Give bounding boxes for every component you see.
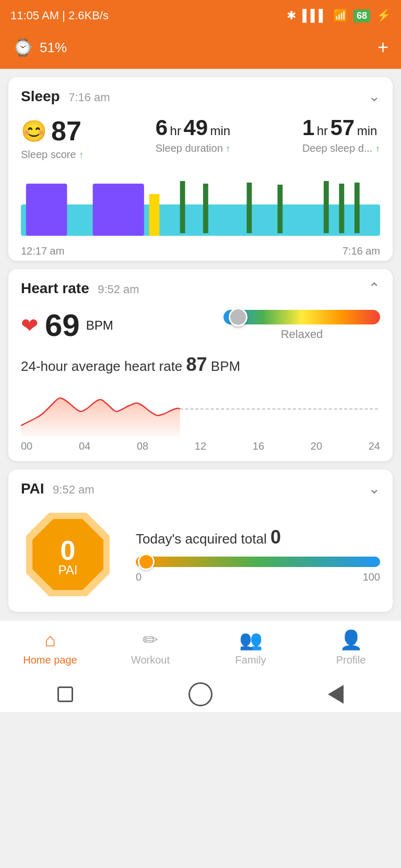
pai-info: Today's acquired total 0 0 100 <box>136 526 380 583</box>
system-back-square[interactable] <box>57 686 73 702</box>
sleep-duration-stat: 6 hr 49 min Sleep duration ↑ <box>156 115 231 161</box>
charging-icon: ⚡ <box>376 9 391 22</box>
hr-title-group: Heart rate 9:52 am <box>21 280 139 297</box>
pai-progress-indicator <box>138 553 155 570</box>
hr-time: 9:52 am <box>98 283 139 296</box>
svg-rect-9 <box>339 184 344 233</box>
pai-today-value: 0 <box>270 526 281 548</box>
svg-rect-8 <box>324 181 329 233</box>
hr-chart-svg <box>21 384 380 436</box>
hr-time-24: 24 <box>369 440 380 452</box>
system-nav <box>0 677 401 712</box>
hr-value-group: ❤ 69 BPM <box>21 307 113 343</box>
deep-sleep-min: 57 <box>331 115 355 140</box>
sleep-end-time: 7:16 am <box>343 245 380 257</box>
hr-card-header: Heart rate 9:52 am ⌃ <box>21 280 380 297</box>
svg-rect-10 <box>355 183 360 233</box>
bluetooth-icon: ✱ <box>287 9 296 22</box>
hr-avg-unit: BPM <box>211 358 240 374</box>
pai-card-header: PAI 9:52 am ⌄ <box>21 480 380 497</box>
sleep-emoji: 😊 <box>21 119 47 143</box>
nav-workout-label: Workout <box>131 654 170 666</box>
system-back-triangle[interactable] <box>328 685 344 704</box>
hr-status: Relaxed <box>281 328 323 341</box>
sleep-duration-trend: ↑ <box>226 143 230 154</box>
svg-rect-4 <box>180 181 185 233</box>
workout-icon: ✏ <box>143 629 158 651</box>
hr-avg-label: 24-hour average heart rate <box>21 358 182 374</box>
profile-icon: 👤 <box>339 629 363 651</box>
nav-home-label: Home page <box>23 654 77 666</box>
sleep-min: 49 <box>183 115 208 140</box>
sleep-card: Sleep 7:16 am ⌄ 😊 87 Sleep score ↑ <box>8 77 393 261</box>
svg-text:0: 0 <box>61 535 76 565</box>
pai-content: 0 PAI Today's acquired total 0 0 100 <box>21 508 380 601</box>
hr-title: Heart rate <box>21 280 89 296</box>
svg-rect-3 <box>149 194 160 236</box>
add-button[interactable]: + <box>378 37 388 58</box>
hr-gauge-indicator <box>229 308 247 327</box>
pai-title: PAI <box>21 480 44 497</box>
sleep-duration-label: Sleep duration ↑ <box>156 142 231 154</box>
sleep-score-label: Sleep score ↑ <box>21 149 84 161</box>
status-icons: ✱ ▌▌▌ 📶 68 ⚡ <box>287 9 391 22</box>
nav-profile-label: Profile <box>336 654 366 666</box>
nav-family[interactable]: 👥 Family <box>200 629 301 666</box>
hr-time-08: 08 <box>137 440 148 452</box>
heart-icon: ❤ <box>21 314 39 337</box>
battery-level: 68 <box>353 9 370 22</box>
sleep-title-group: Sleep 7:16 am <box>21 88 110 105</box>
hr-bpm-value: 69 <box>45 307 80 343</box>
system-home-circle[interactable] <box>188 682 213 706</box>
sleep-min-unit: min <box>210 124 231 138</box>
hr-chevron-up[interactable]: ⌃ <box>368 280 380 297</box>
pai-range: 0 100 <box>136 571 380 583</box>
wifi-icon: 📶 <box>333 9 347 22</box>
hr-top-section: ❤ 69 BPM Relaxed <box>21 307 380 343</box>
pai-range-min: 0 <box>136 571 141 583</box>
nav-profile[interactable]: 👤 Profile <box>301 629 401 666</box>
pai-progress-bar <box>136 557 380 567</box>
sleep-start-time: 12:17 am <box>21 245 64 257</box>
sleep-title: Sleep <box>21 88 60 104</box>
pai-time: 9:52 am <box>53 483 95 496</box>
hr-time-00: 00 <box>21 440 32 452</box>
hr-chart: 00 04 08 12 16 20 24 <box>21 384 380 447</box>
home-icon: ⌂ <box>44 629 56 651</box>
hr-avg-value: 87 <box>186 354 207 375</box>
svg-text:PAI: PAI <box>58 563 78 577</box>
hr-time-04: 04 <box>79 440 90 452</box>
svg-rect-6 <box>246 183 252 233</box>
status-bar: 11:05 AM | 2.6KB/s ✱ ▌▌▌ 📶 68 ⚡ <box>0 0 401 31</box>
hr-time-16: 16 <box>253 440 264 452</box>
sleep-card-header: Sleep 7:16 am ⌄ <box>21 88 380 105</box>
bottom-nav: ⌂ Home page ✏ Workout 👥 Family 👤 Profile <box>0 620 401 677</box>
sleep-score-stat: 😊 87 Sleep score ↑ <box>21 115 84 161</box>
top-bar: ⌚ 51% + <box>0 31 401 69</box>
hr-time-labels: 00 04 08 12 16 20 24 <box>21 440 380 452</box>
sleep-hr-unit: hr <box>170 124 181 138</box>
svg-rect-2 <box>93 184 144 236</box>
nav-family-label: Family <box>235 654 266 666</box>
watch-icon: ⌚ <box>13 38 33 57</box>
pai-octagon: 0 PAI <box>21 508 115 601</box>
heart-rate-card: Heart rate 9:52 am ⌃ ❤ 69 BPM Relaxed 24… <box>8 269 393 461</box>
sleep-score-value: 87 <box>51 115 81 147</box>
svg-rect-1 <box>26 184 67 236</box>
pai-title-group: PAI 9:52 am <box>21 480 95 497</box>
sleep-stats: 😊 87 Sleep score ↑ 6 hr 49 min Sleep dur… <box>21 115 380 161</box>
deep-sleep-stat: 1 hr 57 min Deep sleep d... ↑ <box>302 115 380 161</box>
deep-sleep-label: Deep sleep d... ↑ <box>302 142 380 154</box>
sleep-chart: 12:17 am 7:16 am <box>21 173 380 246</box>
sleep-chevron-down[interactable]: ⌄ <box>368 88 380 105</box>
pai-chevron-down[interactable]: ⌄ <box>368 480 380 497</box>
pai-card: PAI 9:52 am ⌄ 0 PAI <box>8 469 393 612</box>
nav-home[interactable]: ⌂ Home page <box>0 629 100 666</box>
battery-percent: 51% <box>40 40 67 56</box>
deep-sleep-trend: ↑ <box>375 143 380 154</box>
pai-range-max: 100 <box>363 571 380 583</box>
nav-workout[interactable]: ✏ Workout <box>100 629 200 666</box>
deep-sleep-min-unit: min <box>357 124 378 138</box>
sleep-score-trend: ↑ <box>79 150 84 160</box>
status-time: 11:05 AM | 2.6KB/s <box>10 9 109 22</box>
